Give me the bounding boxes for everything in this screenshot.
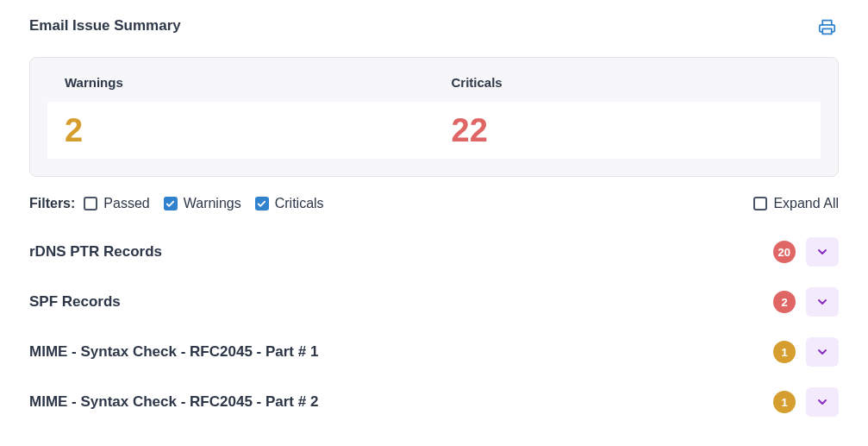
- expand-all[interactable]: Expand All: [753, 196, 839, 211]
- filter-warnings[interactable]: Warnings: [164, 196, 241, 211]
- count-badge: 2: [773, 291, 796, 313]
- issue-title: MIME - Syntax Check - RFC2045 - Part # 1: [29, 343, 773, 361]
- chevron-down-icon: [815, 295, 829, 309]
- count-badge: 1: [773, 391, 796, 413]
- criticals-label: Criticals: [452, 75, 821, 90]
- filter-warnings-label: Warnings: [184, 196, 241, 211]
- filter-criticals-label: Criticals: [275, 196, 324, 211]
- summary-card: Warnings Criticals 2 22: [29, 57, 839, 177]
- filter-passed-label: Passed: [103, 196, 149, 211]
- svg-rect-0: [822, 28, 832, 34]
- checkbox-icon: [255, 197, 269, 210]
- expand-button[interactable]: [806, 337, 839, 367]
- expand-button[interactable]: [806, 287, 839, 317]
- issue-list: rDNS PTR Records20SPF Records2MIME - Syn…: [29, 227, 839, 427]
- expand-button[interactable]: [806, 387, 839, 417]
- count-badge: 20: [773, 241, 796, 263]
- filter-passed[interactable]: Passed: [84, 196, 149, 211]
- issue-title: MIME - Syntax Check - RFC2045 - Part # 2: [29, 393, 773, 411]
- checkbox-icon: [753, 197, 767, 210]
- issue-row: SPF Records2: [29, 277, 839, 327]
- count-badge: 1: [773, 341, 796, 363]
- expand-all-label: Expand All: [773, 196, 839, 211]
- issue-title: rDNS PTR Records: [29, 243, 773, 261]
- issue-row: MIME - Syntax Check - RFC2045 - Part # 2…: [29, 377, 839, 427]
- page-title: Email Issue Summary: [29, 17, 181, 35]
- chevron-down-icon: [815, 395, 829, 409]
- issue-row: rDNS PTR Records20: [29, 227, 839, 277]
- criticals-count: 22: [452, 112, 488, 148]
- checkbox-icon: [164, 197, 178, 210]
- checkbox-icon: [84, 197, 97, 210]
- filters-row: Filters: Passed Warnings Criticals Expa: [29, 196, 839, 211]
- expand-button[interactable]: [806, 237, 839, 267]
- filters-label: Filters:: [29, 196, 75, 211]
- print-icon[interactable]: [818, 18, 836, 40]
- chevron-down-icon: [815, 345, 829, 359]
- issue-row: MIME - Syntax Check - RFC2045 - Part # 1…: [29, 327, 839, 377]
- chevron-down-icon: [815, 245, 829, 259]
- warnings-label: Warnings: [65, 75, 434, 90]
- filter-criticals[interactable]: Criticals: [255, 196, 324, 211]
- warnings-count: 2: [65, 112, 83, 148]
- issue-title: SPF Records: [29, 293, 773, 311]
